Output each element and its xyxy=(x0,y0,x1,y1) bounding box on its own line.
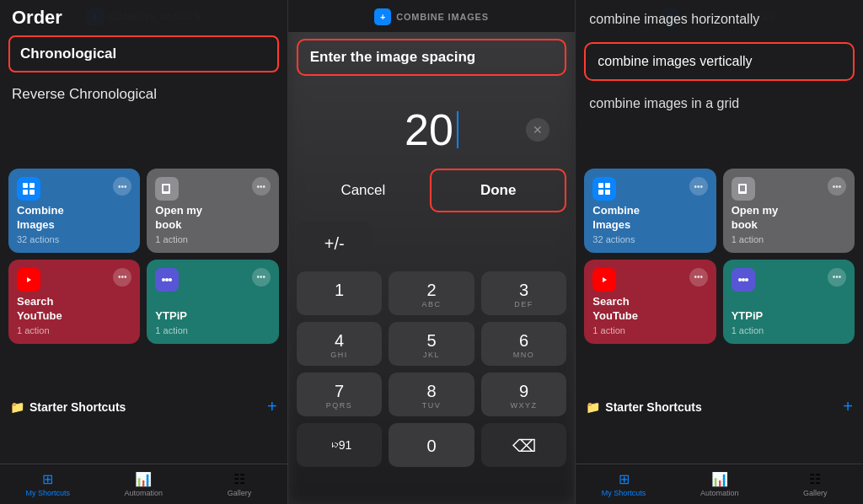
numpad-key-3[interactable]: 3 DEF xyxy=(481,271,567,315)
reverse-chronological-option[interactable]: Reverse Chronological xyxy=(0,76,287,113)
combine-more-btn-left[interactable]: ••• xyxy=(113,177,131,196)
numpad: +/- 1 2 ABC 3 DEF xyxy=(288,221,576,482)
right-row-2: ••• SearchYouTube 1 action xyxy=(584,260,855,344)
cancel-button[interactable]: Cancel xyxy=(297,169,430,212)
my-shortcuts-icon-left: ⊞ xyxy=(42,471,53,487)
gallery-icon-left: ☷ xyxy=(233,471,245,487)
ytpip-subtitle-left: 1 action xyxy=(155,325,270,335)
chronological-option[interactable]: Chronological xyxy=(8,35,279,72)
yt-more-btn-right[interactable]: ••• xyxy=(689,268,708,287)
tab-gallery-right[interactable]: ☷ Gallery xyxy=(767,471,863,497)
automation-icon-right: 📊 xyxy=(711,471,728,487)
automation-label-left: Automation xyxy=(125,489,163,497)
numpad-row-2: 4 GHI 5 JKL 6 MNO xyxy=(297,322,567,366)
ytpip-more-btn-right[interactable]: ••• xyxy=(828,268,846,287)
book-subtitle: 1 action xyxy=(155,234,270,244)
numpad-key-special[interactable]: +/- xyxy=(297,221,373,265)
clear-button[interactable]: ✕ xyxy=(526,118,549,142)
right-dropdown-overlay: combine images horizontally combine imag… xyxy=(576,0,863,133)
action-row: Cancel Done xyxy=(297,169,567,212)
svg-rect-2 xyxy=(23,190,28,195)
search-youtube-card-right[interactable]: ••• SearchYouTube 1 action xyxy=(584,260,716,344)
gallery-label-left: Gallery xyxy=(228,489,252,497)
combine-images-card-left[interactable]: ••• CombineImages 32 actions xyxy=(8,169,140,253)
yt-more-btn-left[interactable]: ••• xyxy=(113,268,131,287)
numpad-key-0[interactable]: 0 xyxy=(389,423,474,467)
numpad-key-backspace[interactable]: ⌫ xyxy=(481,423,567,467)
combine-images-icon xyxy=(17,177,40,201)
combine-horizontally-option[interactable]: combine images horizontally xyxy=(576,0,863,39)
book-subtitle-right: 1 action xyxy=(732,234,846,244)
done-button[interactable]: Done xyxy=(430,169,566,212)
my-shortcuts-icon-right: ⊞ xyxy=(619,471,630,487)
tab-my-shortcuts-left[interactable]: ⊞ My Shortcuts xyxy=(0,471,96,497)
numpad-key-4[interactable]: 4 GHI xyxy=(297,322,383,366)
combine-more-btn-right[interactable]: ••• xyxy=(689,177,708,196)
prompt-box: Enter the image spacing xyxy=(297,39,567,76)
yt-title-right: SearchYouTube xyxy=(592,295,707,324)
middle-header-icon: + xyxy=(374,8,391,25)
my-shortcuts-label-right: My Shortcuts xyxy=(602,489,646,497)
folder-icon-left: 📁 xyxy=(10,400,24,414)
left-row-1: ••• CombineImages 32 actions ••• xyxy=(8,169,279,253)
left-dropdown-overlay: Order Chronological Reverse Chronologica… xyxy=(0,0,287,121)
card-icon-row-combine-right: ••• xyxy=(592,177,707,201)
combine-subtitle-left: 32 actions xyxy=(17,234,131,244)
book-more-btn-right[interactable]: ••• xyxy=(828,177,846,196)
combine-icon-right xyxy=(592,177,616,201)
ytpip-card-left[interactable]: ••• YTPiP 1 action xyxy=(147,260,278,344)
numpad-special-row: +/- xyxy=(297,221,567,265)
combine-images-card-right[interactable]: ••• CombineImages 32 actions xyxy=(584,169,716,253)
tab-automation-right[interactable]: 📊 Automation xyxy=(672,471,768,497)
right-row-1: ••• CombineImages 32 actions ••• xyxy=(584,169,855,253)
numpad-key-symbol[interactable]: ꩢ91 xyxy=(297,423,383,467)
cursor-line xyxy=(457,111,458,148)
left-section-header: 📁 Starter Shortcuts + xyxy=(0,394,287,420)
open-my-book-card[interactable]: ••• Open mybook 1 action xyxy=(147,169,278,253)
svg-rect-7 xyxy=(598,183,603,188)
open-my-book-card-right[interactable]: ••• Open mybook 1 action xyxy=(723,169,855,253)
svg-point-6 xyxy=(169,278,172,281)
ytpip-icon-left xyxy=(155,268,179,292)
ytpip-title-right: YTPiP xyxy=(732,309,846,324)
ytpip-title-left: YTPiP xyxy=(155,309,270,324)
right-tab-bar: ⊞ My Shortcuts 📊 Automation ☷ Gallery xyxy=(576,464,863,504)
card-icon-row-yt-right: ••• xyxy=(592,268,707,292)
section-add-left[interactable]: + xyxy=(267,397,277,416)
numpad-row-4: ꩢ91 0 ⌫ xyxy=(297,423,567,467)
book-more-btn[interactable]: ••• xyxy=(252,177,271,196)
card-icon-row-book: ••• xyxy=(155,177,270,201)
numpad-row-3: 7 PQRS 8 TUV 9 WXYZ xyxy=(297,373,567,416)
numpad-key-8[interactable]: 8 TUV xyxy=(389,373,474,416)
middle-header: + COMBINE IMAGES xyxy=(288,0,576,32)
ytpip-more-btn-left[interactable]: ••• xyxy=(252,268,271,287)
svg-rect-0 xyxy=(23,183,28,188)
right-section-header: 📁 Starter Shortcuts + xyxy=(576,394,863,420)
section-title-left: Starter Shortcuts xyxy=(29,400,126,414)
numpad-key-7[interactable]: 7 PQRS xyxy=(297,373,383,416)
tab-my-shortcuts-right[interactable]: ⊞ My Shortcuts xyxy=(576,471,672,497)
combine-vertically-option[interactable]: combine images vertically xyxy=(584,42,855,81)
combine-subtitle-right: 32 actions xyxy=(592,234,707,244)
numpad-key-5[interactable]: 5 JKL xyxy=(389,322,474,366)
svg-rect-3 xyxy=(29,190,35,195)
prompt-text: Enter the image spacing xyxy=(310,49,476,65)
section-add-right[interactable]: + xyxy=(843,397,853,416)
card-icon-row-ytpip: ••• xyxy=(155,268,270,292)
numpad-key-1[interactable]: 1 xyxy=(297,271,383,315)
numpad-key-9[interactable]: 9 WXYZ xyxy=(481,373,567,416)
left-panel: + COMBINE IMAGES Order Chronological Rev… xyxy=(0,0,288,504)
ytpip-card-right[interactable]: ••• YTPiP 1 action xyxy=(723,260,855,344)
svg-rect-10 xyxy=(605,190,610,195)
card-icon-row: ••• xyxy=(17,177,131,201)
search-youtube-card-left[interactable]: ••• SearchYouTube 1 action xyxy=(8,260,140,344)
left-tab-bar: ⊞ My Shortcuts 📊 Automation ☷ Gallery xyxy=(0,464,287,504)
combine-grid-option[interactable]: combine images in a grid xyxy=(576,84,863,123)
numpad-key-6[interactable]: 6 MNO xyxy=(481,322,567,366)
yt-subtitle-right: 1 action xyxy=(592,325,707,335)
numpad-key-2[interactable]: 2 ABC xyxy=(389,271,474,315)
gallery-icon-right: ☷ xyxy=(809,471,821,487)
tab-automation-left[interactable]: 📊 Automation xyxy=(96,471,192,497)
tab-gallery-left[interactable]: ☷ Gallery xyxy=(191,471,287,497)
middle-header-title: COMBINE IMAGES xyxy=(396,12,489,22)
